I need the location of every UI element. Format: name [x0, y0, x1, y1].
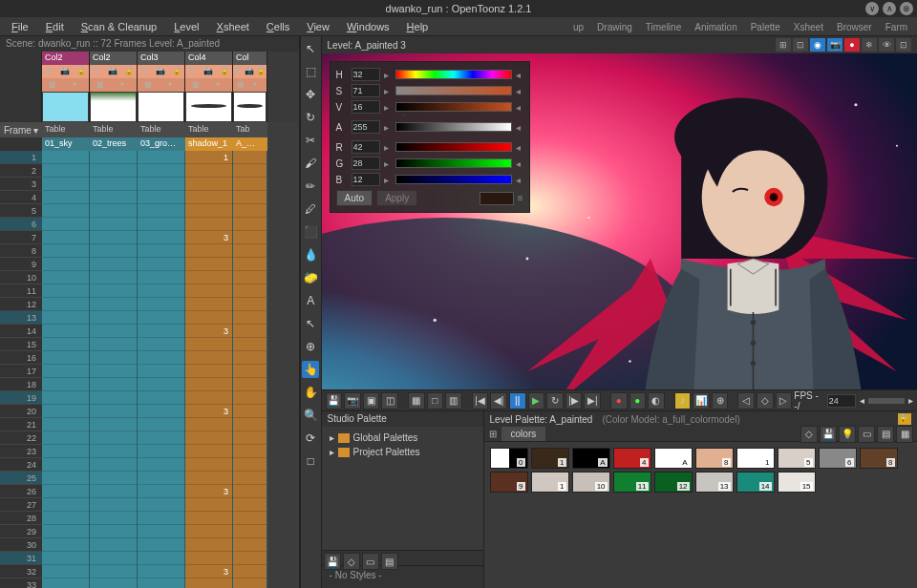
viewer-opt-2[interactable]: ⊡ [793, 38, 808, 52]
cell[interactable] [233, 311, 267, 325]
cell[interactable]: 3 [185, 405, 232, 418]
frame-number[interactable]: 9 [0, 258, 42, 271]
cam-icon[interactable]: 📷 [203, 67, 213, 76]
cell[interactable] [185, 525, 232, 538]
menu-xsheet[interactable]: Xsheet [209, 19, 257, 34]
cell[interactable] [42, 472, 89, 485]
lp-newpage-icon[interactable]: ▦ [896, 426, 913, 443]
cell[interactable] [138, 204, 184, 218]
fps-input[interactable] [827, 394, 856, 408]
cell[interactable] [90, 538, 137, 552]
cell[interactable] [138, 525, 184, 538]
cell-column[interactable]: 133333 [185, 151, 233, 588]
cell[interactable] [90, 365, 137, 378]
lp-add-icon[interactable]: ▭ [858, 426, 875, 443]
a-slider[interactable] [395, 122, 512, 132]
frame-number[interactable]: 26 [0, 485, 42, 498]
column-header[interactable]: Col 👁📷🔒 ▦▾ [233, 52, 267, 122]
cell[interactable] [90, 525, 137, 538]
cell[interactable] [185, 338, 232, 351]
first-frame-button[interactable]: |◀ [472, 392, 489, 410]
palette-swatch[interactable]: 13 [695, 472, 734, 493]
cell[interactable] [42, 151, 89, 164]
cell[interactable] [185, 391, 232, 405]
cell[interactable] [42, 311, 89, 325]
last-frame-button[interactable]: ▶| [584, 392, 601, 410]
cell[interactable] [42, 565, 89, 578]
table-label[interactable]: Table [185, 122, 233, 137]
pal-save-icon[interactable]: 💾 [324, 553, 341, 570]
menu-help[interactable]: Help [399, 19, 437, 34]
lp-light-icon[interactable]: 💡 [839, 426, 856, 443]
cell[interactable] [233, 378, 267, 391]
apply-button[interactable]: Apply [376, 190, 417, 206]
prev-key-button[interactable]: ◁ [737, 392, 755, 410]
layout-3-icon[interactable]: ▥ [445, 392, 462, 410]
cell[interactable] [138, 498, 184, 512]
frame-number[interactable]: 30 [0, 538, 42, 552]
cell-name[interactable]: 03_gro… [138, 137, 185, 151]
cell[interactable] [90, 191, 137, 204]
cell[interactable] [138, 431, 184, 445]
g-input[interactable] [352, 157, 380, 170]
frame-number[interactable]: 5 [0, 204, 42, 218]
fps-slider[interactable] [868, 398, 905, 404]
cell[interactable] [138, 258, 184, 271]
cell[interactable] [233, 472, 267, 485]
column-toggles[interactable]: 👁📷🔒 [42, 65, 89, 78]
cell[interactable] [138, 298, 184, 311]
cell[interactable] [138, 445, 184, 458]
cell[interactable]: 3 [185, 325, 232, 338]
cell[interactable] [90, 284, 137, 298]
cell[interactable] [138, 191, 184, 204]
cell[interactable] [90, 565, 137, 578]
cell[interactable]: 1 [185, 151, 232, 164]
frame-number[interactable]: 33 [0, 578, 42, 588]
play-button[interactable]: ▶ [528, 392, 545, 410]
cell[interactable] [233, 552, 267, 565]
frame-label[interactable]: Frame▾ [0, 122, 42, 137]
layout-1-icon[interactable]: ▦ [408, 392, 425, 410]
cell[interactable] [138, 271, 184, 284]
frame-number[interactable]: 22 [0, 431, 42, 445]
menu-level[interactable]: Level [166, 19, 206, 34]
v-slider[interactable] [395, 102, 512, 112]
cell[interactable] [90, 512, 137, 525]
table-label[interactable]: Table [42, 122, 90, 137]
cell[interactable] [42, 298, 89, 311]
cell[interactable]: 3 [185, 485, 232, 498]
cell[interactable] [42, 485, 89, 498]
cell[interactable] [185, 244, 232, 258]
cell[interactable] [233, 351, 267, 365]
maximize-button[interactable]: ∧ [883, 2, 896, 15]
cell[interactable] [138, 325, 184, 338]
viewer-opt-eye[interactable]: 👁 [879, 38, 894, 52]
cell[interactable] [138, 578, 184, 588]
cell[interactable] [42, 538, 89, 552]
tool-0[interactable]: ↖ [302, 40, 319, 57]
channel-bw-icon[interactable]: ◐ [648, 392, 665, 410]
studio-palette-tree[interactable]: ▸Global Palettes ▸Project Palettes [322, 427, 483, 550]
menu-windows[interactable]: Windows [339, 19, 397, 34]
xsheet-grid[interactable]: 1234567891011121314151617181920212223242… [0, 151, 299, 588]
cell[interactable] [42, 431, 89, 445]
pal-new-icon[interactable]: ▭ [362, 553, 379, 570]
tool-3[interactable]: ↻ [302, 109, 319, 126]
cell[interactable] [185, 164, 232, 178]
column-name[interactable]: Col2 [42, 52, 89, 65]
cell[interactable] [42, 204, 89, 218]
cell[interactable] [185, 178, 232, 191]
cell[interactable] [42, 231, 89, 244]
cell[interactable] [233, 365, 267, 378]
cell[interactable] [90, 472, 137, 485]
table-label[interactable]: Tab [233, 122, 267, 137]
cell-name[interactable]: 02_trees [90, 137, 138, 151]
a-input[interactable] [352, 120, 380, 134]
cell[interactable] [42, 258, 89, 271]
loop-button[interactable]: ↻ [546, 392, 564, 410]
room-timeline[interactable]: Timeline [640, 20, 687, 34]
cell-name[interactable]: A_… [233, 137, 267, 151]
palette-swatch[interactable]: 1 [736, 448, 775, 469]
tool-13[interactable]: ⊕ [302, 338, 319, 355]
cell[interactable] [233, 325, 267, 338]
